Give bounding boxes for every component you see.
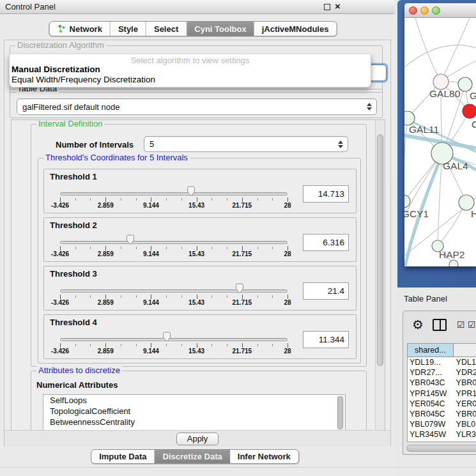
table-cell[interactable]: YBL079W — [408, 419, 454, 429]
table-cell[interactable]: YIL052C — [408, 440, 454, 443]
slider-thumb[interactable] — [186, 186, 196, 197]
gear-icon[interactable]: ⚙ — [412, 317, 424, 332]
tab-select[interactable]: Select — [146, 22, 187, 36]
threshold-value-field[interactable]: 6.316 — [303, 234, 349, 251]
slider-tick — [60, 246, 61, 250]
table-cell[interactable]: YDR27... — [408, 367, 454, 378]
slider-tick — [60, 295, 61, 299]
network-node-gcy1[interactable] — [404, 195, 410, 208]
list-item[interactable]: BetweennessCentrality — [43, 417, 345, 427]
table-cell[interactable]: YDL1 — [454, 357, 476, 367]
apply-button[interactable]: Apply — [176, 433, 219, 445]
slider-tick — [181, 198, 182, 201]
split-columns-icon[interactable] — [433, 319, 447, 331]
table-cell[interactable]: YBR045C — [408, 409, 454, 419]
close-icon[interactable]: × — [335, 1, 341, 12]
slider-tick-label: 28 — [268, 348, 307, 355]
threshold-slider-track[interactable] — [60, 241, 288, 244]
table-cell[interactable]: YBR0 — [454, 409, 476, 419]
top-tab-bar: NetworkStyleSelectCyni ToolboxjActiveMNo… — [49, 21, 337, 36]
mac-minimize-icon[interactable] — [420, 6, 429, 15]
threshold-value-field[interactable]: 14.713 — [303, 185, 349, 203]
slider-tick — [75, 295, 76, 298]
network-node[interactable] — [449, 260, 458, 266]
column-header-shared-name[interactable]: shared... — [408, 344, 454, 357]
table-row[interactable]: YLR345WYLR3 — [408, 429, 476, 440]
algorithm-option-manual-discretization[interactable]: Manual Discretization — [10, 65, 371, 75]
table-row[interactable]: YBR043CYBR0 — [408, 378, 476, 388]
slider-tick — [90, 247, 91, 249]
list-item[interactable]: SelfLoops — [43, 395, 345, 406]
tab-discretize-data[interactable]: Discretize Data — [155, 450, 230, 463]
table-cell[interactable]: YDL19... — [408, 357, 454, 367]
scrollbar-thumb[interactable] — [377, 134, 383, 366]
threshold-slider-track[interactable] — [60, 289, 288, 293]
tab-style[interactable]: Style — [111, 22, 146, 36]
network-node-gal80[interactable] — [433, 74, 449, 89]
table-cell[interactable]: YER054C — [408, 399, 454, 409]
algorithm-dropdown-popup: Select algorithm to view settings Manual… — [9, 54, 371, 88]
table-row[interactable]: YBR045CYBR0 — [408, 409, 476, 419]
mac-close-icon[interactable] — [409, 6, 417, 15]
slider-tick-label: 28 — [268, 299, 307, 306]
slider-tick — [242, 295, 243, 299]
table-panel-window: ⚙ ☑ ☑ shared...nameYDL19...YDL1YDR27...Y… — [403, 311, 476, 455]
numerical-attributes-list[interactable]: SelfLoopsTopologicalCoefficientBetweenne… — [43, 394, 346, 431]
threshold-value-field[interactable]: 11.344 — [303, 331, 349, 348]
tab-cyni-toolbox[interactable]: Cyni Toolbox — [187, 22, 254, 36]
table-cell[interactable]: YLR3 — [454, 429, 476, 440]
mac-zoom-icon[interactable] — [432, 6, 440, 15]
table-row[interactable]: YDR27...YDR2 — [408, 367, 476, 378]
slider-tick-label: 15.43 — [178, 299, 216, 306]
table-panel-toolbar: ⚙ ☑ ☑ — [403, 311, 476, 339]
interval-definition-title: Interval Definition — [36, 119, 104, 128]
threshold-value-field[interactable]: 21.4 — [303, 282, 349, 300]
tab-jactivemnodules[interactable]: jActiveMNodules — [254, 22, 337, 36]
attributes-list-scrollbar[interactable] — [337, 395, 344, 431]
tab-impute-data[interactable]: Impute Data — [91, 450, 155, 463]
table-data-combobox[interactable]: galFiltered.sif default node — [17, 98, 377, 115]
table-cell[interactable]: YBL0 — [454, 419, 476, 429]
slider-tick — [181, 295, 182, 298]
network-node-ga[interactable] — [458, 77, 472, 91]
slider-tick-label: 21.715 — [223, 348, 261, 355]
table-cell[interactable]: YDR2 — [454, 367, 476, 378]
threshold-slider-track[interactable] — [60, 192, 288, 196]
horizontal-scrollbar[interactable] — [406, 444, 476, 452]
slider-tick-label: 28 — [268, 202, 307, 209]
tab-network[interactable]: Network — [50, 22, 111, 36]
table-cell[interactable]: YER0 — [454, 399, 476, 409]
table-cell[interactable]: YPR145W — [408, 388, 454, 399]
slider-tick — [151, 295, 151, 299]
table-row[interactable]: YBL079WYBL0 — [408, 419, 476, 429]
float-window-icon[interactable] — [324, 4, 330, 10]
threshold-slider-track[interactable] — [60, 338, 288, 341]
table-row[interactable]: YIL052CYIL0 — [408, 440, 476, 443]
slider-tick-label: 15.43 — [178, 202, 216, 209]
algorithm-option-equal-width-frequency-discretization[interactable]: Equal Width/Frequency Discretization — [10, 75, 371, 85]
vertical-scrollbar[interactable] — [375, 120, 385, 431]
checkbox-icon[interactable]: ☑ — [468, 319, 476, 330]
slider-thumb[interactable] — [125, 234, 135, 245]
table-cell[interactable]: YBR043C — [408, 378, 454, 388]
table-cell[interactable]: YLR345W — [408, 429, 454, 440]
table-cell[interactable]: YBR0 — [454, 378, 476, 388]
network-canvas[interactable]: GAL80GACGAL11GAL4GCY1HHAP2 — [404, 18, 476, 266]
checkbox-icon[interactable]: ☑ — [457, 319, 465, 330]
slider-thumb[interactable] — [162, 332, 172, 342]
number-of-intervals-label: Number of Intervals — [56, 140, 134, 150]
scrollbar-thumb[interactable] — [406, 445, 476, 452]
column-header-name[interactable]: name — [454, 344, 476, 357]
node-table[interactable]: shared...nameYDL19...YDL1YDR27...YDR2YBR… — [407, 343, 476, 442]
list-item[interactable]: TopologicalCoefficient — [43, 406, 345, 417]
table-row[interactable]: YPR145WYPR1 — [408, 388, 476, 399]
network-node-c[interactable] — [463, 104, 476, 118]
network-node-gal11[interactable] — [404, 111, 415, 125]
table-row[interactable]: YER054CYER0 — [408, 399, 476, 409]
tab-infer-network[interactable]: Infer Network — [230, 450, 298, 463]
table-cell[interactable]: YPR1 — [454, 388, 476, 399]
slider-thumb[interactable] — [234, 283, 245, 294]
number-of-intervals-combobox[interactable]: 5 — [144, 136, 348, 152]
table-cell[interactable]: YIL0 — [454, 440, 476, 443]
table-row[interactable]: YDL19...YDL1 — [408, 357, 476, 367]
